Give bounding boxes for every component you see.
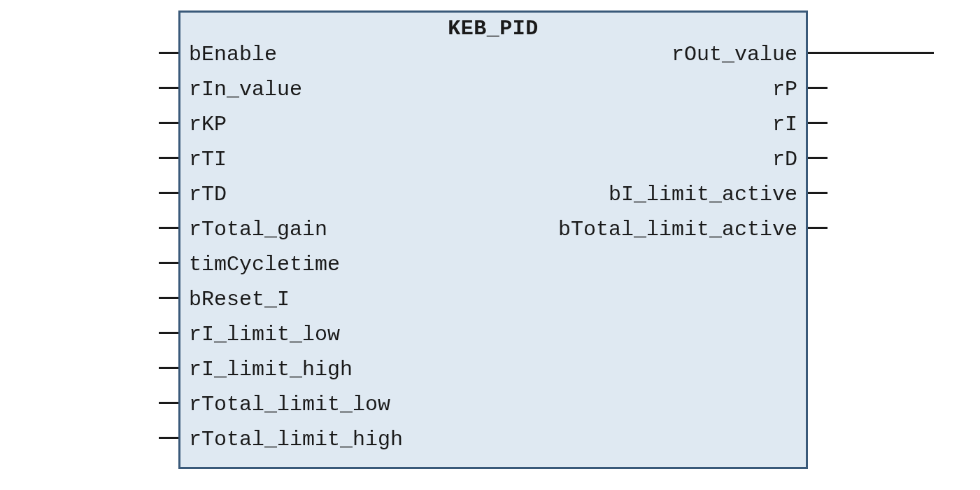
input-pin-rTI: rTI xyxy=(189,149,227,170)
output-pin-bI_limit_active: bI_limit_active xyxy=(609,184,797,205)
left-pin-stub xyxy=(159,122,178,124)
left-pin-stub xyxy=(159,157,178,159)
input-pin-rIn_value: rIn_value xyxy=(189,79,302,100)
right-pin-stub xyxy=(808,192,828,194)
left-pin-stub xyxy=(159,227,178,229)
input-pin-rTD: rTD xyxy=(189,184,227,205)
left-pin-stub xyxy=(159,437,178,439)
output-pin-rOut_value: rOut_value xyxy=(672,44,797,65)
left-pin-stub xyxy=(159,52,178,54)
output-pin-bTotal_limit_active: bTotal_limit_active xyxy=(558,219,797,240)
output-pin-rI: rI xyxy=(772,114,797,135)
right-pin-stub xyxy=(808,157,828,159)
right-pin-stub xyxy=(808,227,828,229)
function-block: KEB_PID bEnablerIn_valuerKPrTIrTDrTotal_… xyxy=(178,10,808,469)
input-pin-rTotal_gain: rTotal_gain xyxy=(189,219,327,240)
right-pin-stub xyxy=(808,87,828,89)
left-pin-stub xyxy=(159,87,178,89)
input-pin-bReset_I: bReset_I xyxy=(189,289,290,310)
pin-container: bEnablerIn_valuerKPrTIrTDrTotal_gaintimC… xyxy=(180,13,806,467)
left-pin-stub xyxy=(159,262,178,264)
input-pin-rKP: rKP xyxy=(189,114,227,135)
output-pin-rD: rD xyxy=(772,149,797,170)
input-pin-rI_limit_low: rI_limit_low xyxy=(189,324,340,345)
left-pin-stub xyxy=(159,402,178,404)
output-pin-rP: rP xyxy=(772,79,797,100)
diagram-canvas: { "block": { "title": "KEB_PID", "inputs… xyxy=(0,0,980,490)
right-pin-stub xyxy=(808,122,828,124)
left-pin-stub xyxy=(159,297,178,299)
right-pin-stub xyxy=(808,52,934,54)
input-pin-timCycletime: timCycletime xyxy=(189,254,340,275)
input-pin-rTotal_limit_high: rTotal_limit_high xyxy=(189,429,403,450)
left-pin-stub xyxy=(159,367,178,369)
input-pin-rI_limit_high: rI_limit_high xyxy=(189,359,353,380)
input-pin-rTotal_limit_low: rTotal_limit_low xyxy=(189,394,390,415)
left-pin-stub xyxy=(159,332,178,334)
left-pin-stub xyxy=(159,192,178,194)
input-pin-bEnable: bEnable xyxy=(189,44,277,65)
